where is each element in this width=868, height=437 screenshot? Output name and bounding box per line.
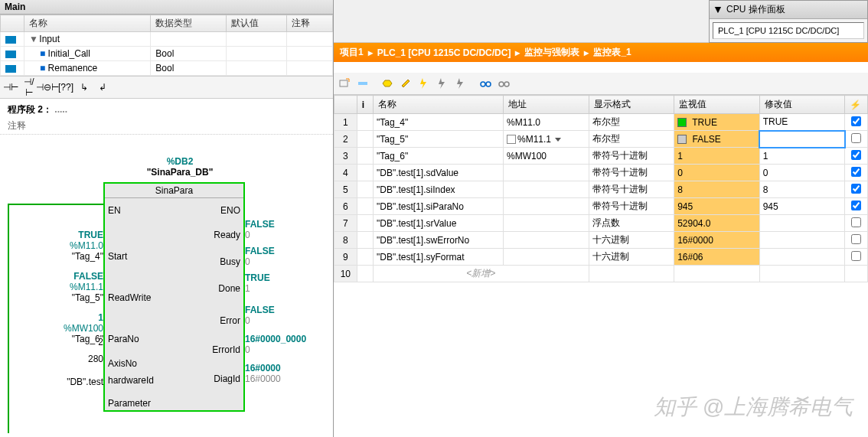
modify-checkbox[interactable] bbox=[851, 184, 861, 194]
fb-output-signal[interactable]: FALSE0 bbox=[243, 219, 316, 240]
modify-cell[interactable] bbox=[759, 215, 845, 232]
new-row-icon[interactable] bbox=[336, 75, 353, 92]
fb-output-signal[interactable]: 16#000016#0000 bbox=[243, 363, 316, 384]
col-name[interactable]: 名称 bbox=[24, 15, 151, 32]
watch-row[interactable]: 5"DB".test[1].siIndex带符号十进制88 bbox=[334, 181, 868, 198]
row-number[interactable]: 7 bbox=[334, 215, 357, 232]
fb-pin-left[interactable]: Start bbox=[108, 251, 127, 262]
fb-pin-right[interactable]: Ready bbox=[214, 230, 240, 240]
fb-pin-left[interactable]: EN bbox=[108, 205, 121, 216]
row-number[interactable]: 8 bbox=[334, 232, 357, 249]
row-number[interactable]: 5 bbox=[334, 181, 357, 198]
modify-checkbox[interactable] bbox=[851, 150, 861, 160]
fb-pin-right[interactable]: Done bbox=[218, 283, 240, 294]
interface-row[interactable]: ■ RemanenceBool bbox=[1, 61, 333, 76]
modify-cell[interactable] bbox=[759, 249, 845, 266]
modify-checkbox[interactable] bbox=[851, 217, 861, 227]
fb-pin-right[interactable]: ENO bbox=[220, 205, 240, 216]
modify-checkbox[interactable] bbox=[851, 133, 861, 143]
row-number[interactable]: 2 bbox=[334, 131, 357, 148]
modify-cell[interactable]: 945 bbox=[759, 198, 845, 215]
addr-cell[interactable] bbox=[504, 215, 589, 232]
fb-input-signal[interactable]: "DB".test bbox=[51, 377, 105, 387]
tree-toggle-icon[interactable]: ▼ bbox=[29, 34, 37, 44]
name-cell[interactable]: "DB".test[1].sdValue bbox=[374, 165, 504, 181]
modify-checkbox[interactable] bbox=[851, 234, 861, 244]
branch-open-icon[interactable]: ↳ bbox=[76, 79, 93, 96]
col-type[interactable]: 数据类型 bbox=[151, 15, 227, 32]
watch-row[interactable]: 4"DB".test[1].sdValue带符号十进制00 bbox=[334, 165, 868, 181]
fb-pin-left[interactable]: hardwareId bbox=[108, 375, 154, 386]
col-comment[interactable]: 注释 bbox=[287, 15, 333, 32]
addr-cell[interactable] bbox=[504, 198, 589, 215]
fb-output-signal[interactable]: TRUE1 bbox=[243, 272, 316, 294]
flash3-icon[interactable] bbox=[452, 75, 469, 92]
fb-pin-left[interactable]: Parameter bbox=[108, 398, 151, 409]
modify-cell[interactable] bbox=[759, 232, 845, 249]
coil-icon[interactable]: ⊣⊖⊢ bbox=[39, 79, 56, 96]
watch-row[interactable]: 3"Tag_6"%MW100带符号十进制11 bbox=[334, 148, 868, 165]
chevron-down-icon[interactable]: ⯆ bbox=[714, 5, 722, 14]
fb-pin-right[interactable]: Error bbox=[220, 315, 240, 326]
name-cell[interactable]: "Tag_4" bbox=[374, 114, 504, 131]
fb-pin-left[interactable]: ReadWrite bbox=[108, 292, 151, 303]
fb-pin-left[interactable]: ParaNo bbox=[108, 334, 139, 344]
format-cell[interactable]: 带符号十进制 bbox=[589, 165, 674, 181]
flash2-icon[interactable] bbox=[434, 75, 451, 92]
col-default[interactable]: 默认值 bbox=[226, 15, 286, 32]
cpu-panel-header[interactable]: ⯆ CPU 操作面板 bbox=[710, 1, 867, 19]
addr-cell[interactable]: %M11.1 bbox=[504, 131, 589, 148]
glasses2-icon[interactable] bbox=[495, 75, 512, 92]
addr-cell[interactable]: %MW100 bbox=[504, 148, 589, 165]
add-row[interactable]: 10<新增> bbox=[334, 266, 868, 282]
watch-row[interactable]: 1"Tag_4"%M11.0布尔型 TRUETRUE bbox=[334, 114, 868, 131]
fb-pin-left[interactable]: AxisNo bbox=[108, 358, 137, 369]
modify-cell[interactable]: 1 bbox=[759, 148, 845, 165]
bc-folder[interactable]: 监控与强制表 bbox=[524, 46, 579, 59]
modify-cell[interactable] bbox=[759, 131, 845, 148]
fb-input-signal[interactable]: FALSE%M11.1"Tag_5" bbox=[51, 271, 105, 303]
bc-project[interactable]: 项目1 bbox=[340, 46, 364, 59]
fb-pin-right[interactable]: Busy bbox=[220, 256, 240, 267]
fb-input-signal[interactable]: 2 bbox=[51, 337, 105, 347]
network-comment[interactable]: 注释 bbox=[0, 118, 333, 135]
branch-close-icon[interactable]: ↲ bbox=[94, 79, 111, 96]
modify-checkbox[interactable] bbox=[851, 116, 861, 126]
bc-plc[interactable]: PLC_1 [CPU 1215C DC/DC/DC] bbox=[377, 47, 511, 58]
fb-output-signal[interactable]: FALSE0 bbox=[243, 246, 316, 267]
interface-row[interactable]: ■ Initial_CallBool bbox=[1, 47, 333, 61]
box-icon[interactable]: [??] bbox=[57, 79, 74, 96]
fb-input-signal[interactable]: TRUE%M11.0"Tag_4" bbox=[51, 230, 105, 262]
contact-nc-icon[interactable]: ⊣/⊢ bbox=[21, 79, 38, 96]
name-cell[interactable]: "DB".test[1].siParaNo bbox=[374, 198, 504, 215]
name-cell[interactable]: "DB".test[1].siIndex bbox=[374, 181, 504, 198]
format-cell[interactable]: 布尔型 bbox=[589, 114, 674, 131]
row-number[interactable]: 1 bbox=[334, 114, 357, 131]
format-cell[interactable]: 带符号十进制 bbox=[589, 148, 674, 165]
watch-row[interactable]: 8"DB".test[1].swErrorNo十六进制16#0000 bbox=[334, 232, 868, 249]
format-cell[interactable]: 十六进制 bbox=[589, 232, 674, 249]
glasses-icon[interactable] bbox=[477, 75, 494, 92]
format-cell[interactable]: 带符号十进制 bbox=[589, 198, 674, 215]
watch-row[interactable]: 2"Tag_5"%M11.1 布尔型 FALSE bbox=[334, 131, 868, 148]
dropdown-arrow-icon[interactable] bbox=[555, 138, 561, 142]
watch-row[interactable]: 9"DB".test[1].syFormat十六进制16#06 bbox=[334, 249, 868, 266]
fb-output-signal[interactable]: 16#0000_00000 bbox=[243, 334, 316, 355]
fb-pin-right[interactable]: DiagId bbox=[214, 373, 240, 384]
col-mon[interactable]: 监视值 bbox=[674, 96, 760, 114]
col-name[interactable]: 名称 bbox=[374, 96, 504, 114]
flash-icon[interactable] bbox=[416, 75, 432, 92]
modify-checkbox[interactable] bbox=[851, 251, 861, 261]
monitor-all-icon[interactable] bbox=[379, 75, 396, 92]
fb-output-signal[interactable]: FALSE0 bbox=[243, 305, 316, 326]
interface-row[interactable]: ▼ Input bbox=[1, 32, 333, 47]
format-cell[interactable]: 布尔型 bbox=[589, 131, 674, 148]
addr-cell[interactable] bbox=[504, 232, 589, 249]
name-cell[interactable]: "DB".test[1].srValue bbox=[374, 215, 504, 232]
row-number[interactable]: 9 bbox=[334, 249, 357, 266]
network-title[interactable]: 程序段 2： ..... bbox=[0, 102, 333, 118]
col-addr[interactable]: 地址 bbox=[504, 96, 589, 114]
ladder-diagram[interactable]: %DB2 "SinaPara_DB" SinaPara ENStartTRUE%… bbox=[0, 142, 333, 437]
addr-cell[interactable] bbox=[504, 181, 589, 198]
modify-cell[interactable]: 0 bbox=[759, 165, 845, 181]
